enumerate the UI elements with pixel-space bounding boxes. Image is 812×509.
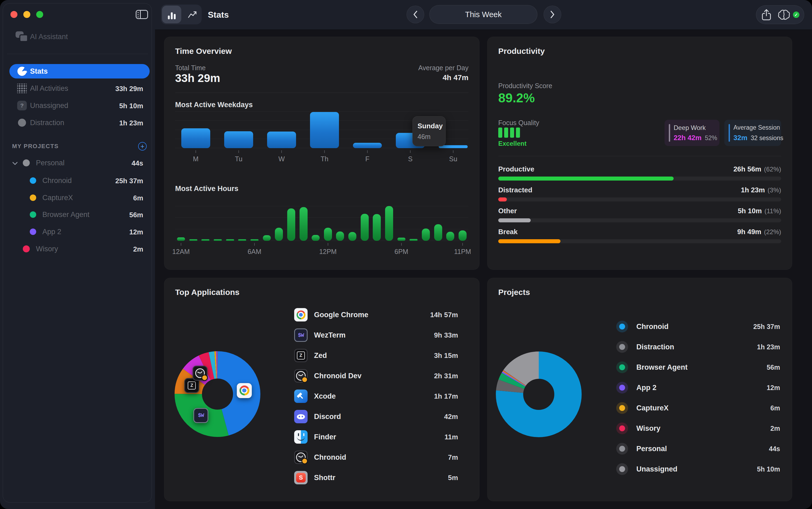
wezterm-app-icon: $W (294, 329, 308, 342)
app-name: Shottr (314, 474, 335, 482)
activities-grid-icon (17, 83, 27, 93)
hour-bar-11[interactable] (312, 235, 320, 241)
sidebar-item-value: 1h 23m (119, 119, 143, 127)
app-row-shottr[interactable]: SShottr5m (294, 468, 468, 488)
sidebar-project-browser-agent[interactable]: Browser Agent56m (0, 206, 155, 223)
project-row-capturex[interactable]: CaptureX6m (616, 398, 781, 418)
hour-bar-15[interactable] (361, 214, 369, 241)
sidebar-item-ai-assistant[interactable]: AI Assistant (0, 28, 155, 45)
app-row-discord[interactable]: Discord42m (294, 406, 468, 427)
hour-bar-21[interactable] (434, 224, 442, 241)
weekday-bar-W[interactable] (267, 132, 296, 148)
hour-bar-22[interactable] (446, 232, 454, 241)
zoom-button[interactable] (36, 11, 43, 18)
sidebar-toggle-icon (136, 10, 148, 19)
breakdown-label-other: Other (498, 207, 517, 215)
app-row-finder[interactable]: Finder11m (294, 427, 468, 447)
hour-bar-12[interactable] (324, 228, 332, 241)
chrome-app-icon (237, 383, 252, 398)
hour-bar-9[interactable] (287, 208, 295, 241)
avg-session-label: Average Session (733, 124, 780, 131)
sidebar-toggle-button[interactable] (136, 10, 148, 19)
score-label: Productivity Score (498, 82, 552, 90)
hour-bar-7[interactable] (263, 235, 271, 241)
project-row-browser-agent[interactable]: Browser Agent56m (616, 357, 781, 377)
project-duration: 25h 37m (753, 323, 780, 331)
project-label: CaptureX (42, 194, 73, 202)
app-row-chronoid-dev[interactable]: Chronoid Dev2h 31m (294, 366, 468, 386)
hour-bar-8[interactable] (275, 228, 283, 241)
app-duration: 2h 31m (434, 372, 458, 380)
project-row-distraction[interactable]: Distraction1h 23m (616, 337, 781, 357)
weekday-axis-label: S (398, 155, 423, 163)
productivity-score: 89.2% (498, 91, 535, 105)
deep-work-tile: Deep Work 22h 42m 52% (664, 120, 719, 146)
sidebar-project-wisory[interactable]: Wisory2m (0, 240, 155, 258)
hour-bar-19[interactable] (409, 239, 417, 241)
breakdown-bar-track (498, 218, 781, 223)
weekday-axis-label: W (270, 155, 294, 163)
chart-tooltip: Sunday 46m (412, 116, 446, 146)
project-row-unassigned[interactable]: Unassigned5h 10m (616, 459, 781, 479)
hour-bar-17[interactable] (385, 206, 393, 241)
project-value: 56m (129, 211, 143, 219)
hour-bar-13[interactable] (336, 232, 344, 241)
project-color-dot (616, 463, 628, 475)
hours-chart-title: Most Active Hours (175, 184, 239, 193)
period-selector[interactable]: This Week (429, 5, 537, 24)
hour-bar-20[interactable] (422, 229, 430, 241)
project-row-wisory[interactable]: Wisory2m (616, 418, 781, 439)
chevron-down-icon[interactable] (12, 161, 18, 165)
sidebar-project-chronoid[interactable]: Chronoid25h 37m (0, 172, 155, 189)
app-row-chronoid[interactable]: Chronoid7m (294, 447, 468, 468)
ai-status-button[interactable] (778, 9, 790, 21)
hour-bar-16[interactable] (373, 214, 381, 241)
line-chart-icon (188, 10, 197, 19)
share-icon (761, 8, 772, 21)
app-row-wezterm[interactable]: $WWezTerm9h 33m (294, 325, 468, 345)
share-button[interactable] (761, 8, 772, 22)
project-row-personal[interactable]: Personal44s (616, 439, 781, 459)
weekday-bar-F[interactable] (353, 143, 382, 148)
weekday-bar-M[interactable] (181, 128, 210, 148)
hour-bar-14[interactable] (348, 232, 356, 241)
project-row-chronoid[interactable]: Chronoid25h 37m (616, 316, 781, 337)
hour-bar-18[interactable] (398, 238, 405, 241)
app-row-google-chrome[interactable]: Google Chrome14h 57m (294, 305, 468, 325)
weekday-bar-Th[interactable] (310, 112, 339, 148)
breakdown-value-break: 9h 49m(22%) (737, 228, 781, 236)
breakdown-bar-track (498, 239, 781, 243)
project-label: App 2 (42, 228, 61, 236)
projects-donut-chart[interactable] (496, 351, 582, 437)
project-value: 6m (133, 194, 143, 202)
previous-period-button[interactable] (407, 6, 424, 23)
next-period-button[interactable] (543, 6, 561, 23)
sidebar-project-personal[interactable]: Personal44s (0, 154, 155, 171)
hour-bar-0[interactable] (177, 237, 185, 241)
minimize-button[interactable] (23, 11, 30, 18)
sidebar-item-all-activities[interactable]: All Activities33h 29m (0, 80, 155, 97)
chevron-left-icon (413, 11, 417, 18)
app-row-xcode[interactable]: Xcode1h 17m (294, 386, 468, 406)
project-row-app-2[interactable]: App 212m (616, 377, 781, 398)
page-title: Stats (208, 10, 229, 20)
segment-line-chart[interactable] (183, 6, 202, 23)
close-button[interactable] (10, 11, 18, 18)
discord-app-icon (294, 410, 308, 423)
hour-bar-10[interactable] (300, 207, 308, 241)
wezterm-app-icon: $W (193, 408, 208, 423)
sidebar-item-unassigned[interactable]: ?Unassigned5h 10m (0, 97, 155, 114)
weekday-bar-Tu[interactable] (224, 131, 253, 148)
bar-chart-icon[interactable] (166, 10, 178, 19)
sidebar-project-capturex[interactable]: CaptureX6m (0, 189, 155, 206)
hours-axis-label: 12AM (169, 248, 193, 256)
project-name: Wisory (636, 425, 660, 433)
sidebar-item-distraction[interactable]: Distraction1h 23m (0, 114, 155, 131)
project-color-dot (616, 341, 628, 353)
hour-bar-23[interactable] (459, 230, 467, 241)
avg-session-value: 32m (733, 134, 747, 142)
sidebar-item-stats[interactable]: Stats (0, 63, 155, 80)
app-row-zed[interactable]: ZZed3h 15m (294, 345, 468, 366)
add-project-button[interactable]: + (138, 142, 147, 150)
sidebar-project-app-2[interactable]: App 212m (0, 223, 155, 240)
